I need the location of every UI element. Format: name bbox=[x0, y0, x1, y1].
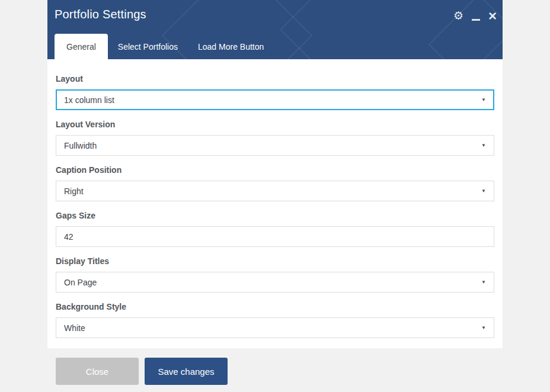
modal-footer: Close Save changes bbox=[56, 358, 228, 385]
tab-select-portfolios[interactable]: Select Portfolios bbox=[108, 34, 188, 59]
field-background-style: Background Style White ▼ bbox=[56, 302, 494, 338]
field-caption-position: Caption Position Right ▼ bbox=[56, 165, 494, 201]
page: Portfolio Settings ⚙ × General Select Po… bbox=[0, 0, 550, 392]
field-label: Display Titles bbox=[56, 256, 494, 266]
field-label: Caption Position bbox=[56, 165, 494, 175]
chevron-down-icon: ▼ bbox=[481, 279, 486, 285]
field-label: Background Style bbox=[56, 302, 494, 312]
chevron-down-icon: ▼ bbox=[481, 325, 486, 330]
background-style-select[interactable]: White ▼ bbox=[56, 317, 494, 338]
field-label: Layout bbox=[56, 74, 494, 84]
chevron-down-icon: ▼ bbox=[481, 97, 486, 102]
close-icon[interactable]: × bbox=[488, 10, 497, 22]
tab-general[interactable]: General bbox=[55, 34, 108, 59]
field-layout: Layout 1x column list ▼ bbox=[56, 74, 494, 110]
portfolio-settings-modal: Portfolio Settings ⚙ × General Select Po… bbox=[47, 0, 503, 348]
select-value: On Page bbox=[64, 278, 97, 287]
save-changes-button[interactable]: Save changes bbox=[145, 358, 228, 385]
gaps-size-input[interactable] bbox=[56, 226, 494, 247]
select-value: Right bbox=[64, 187, 84, 196]
modal-body: Layout 1x column list ▼ Layout Version F… bbox=[47, 59, 503, 348]
field-label: Gaps Size bbox=[56, 211, 494, 221]
layout-version-select[interactable]: Fullwidth ▼ bbox=[56, 135, 494, 156]
field-display-titles: Display Titles On Page ▼ bbox=[56, 256, 494, 293]
select-value: 1x column list bbox=[64, 95, 114, 105]
display-titles-select[interactable]: On Page ▼ bbox=[56, 272, 494, 293]
modal-header: Portfolio Settings ⚙ × General Select Po… bbox=[47, 0, 503, 59]
window-controls: ⚙ × bbox=[453, 9, 497, 23]
tab-load-more-button[interactable]: Load More Button bbox=[188, 34, 274, 59]
tab-bar: General Select Portfolios Load More Butt… bbox=[55, 34, 274, 59]
layout-select[interactable]: 1x column list ▼ bbox=[56, 89, 494, 110]
select-value: White bbox=[64, 323, 85, 333]
gear-icon[interactable]: ⚙ bbox=[453, 9, 463, 23]
chevron-down-icon: ▼ bbox=[481, 188, 486, 194]
select-value: Fullwidth bbox=[64, 141, 97, 150]
caption-position-select[interactable]: Right ▼ bbox=[56, 181, 494, 201]
field-label: Layout Version bbox=[56, 120, 494, 130]
minimize-icon[interactable] bbox=[472, 19, 480, 21]
close-button[interactable]: Close bbox=[56, 358, 139, 385]
field-gaps-size: Gaps Size bbox=[56, 211, 494, 247]
modal-title: Portfolio Settings bbox=[55, 8, 146, 21]
chevron-down-icon: ▼ bbox=[481, 143, 486, 148]
field-layout-version: Layout Version Fullwidth ▼ bbox=[56, 120, 494, 156]
